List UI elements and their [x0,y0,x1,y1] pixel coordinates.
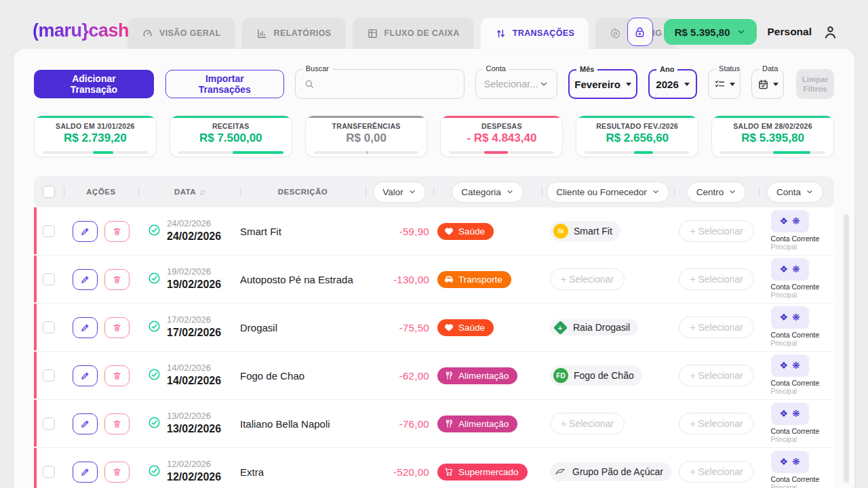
edit-button[interactable] [73,269,98,290]
bank-logo-icon: ❖ [779,216,788,228]
category-chip[interactable]: Alimentação [437,415,517,432]
account-badge[interactable]: ❖❋ [771,306,809,329]
table-header-date[interactable]: DATA ↓↑ [138,176,240,207]
row-checkbox[interactable] [43,418,55,430]
center-select-placeholder[interactable]: + Selecionar [679,461,753,483]
row-category-cell: Saúde [433,319,542,336]
row-checkbox[interactable] [43,466,55,478]
search-field[interactable]: Buscar [295,69,465,99]
balance-dropdown[interactable]: R$ 5.395,80 [664,19,757,45]
edit-button[interactable] [73,413,98,434]
row-description[interactable]: Italiano Bella Napoli [240,417,366,431]
client-filter-pill[interactable]: Cliente ou Fornecedor [547,182,669,203]
center-select-placeholder[interactable]: + Selecionar [679,220,753,242]
center-select-placeholder[interactable]: + Selecionar [679,413,753,434]
import-transactions-button[interactable]: Importar Transações [165,70,284,98]
paid-check-icon[interactable] [148,224,161,239]
center-filter-pill[interactable]: Centro [687,182,747,203]
row-description[interactable]: Fogo de Chao [240,369,366,383]
client-chip[interactable]: fitSmart Fit [550,221,620,241]
category-chip[interactable]: Saúde [437,223,494,240]
account-filter-pill[interactable]: Conta [767,182,823,203]
category-chip[interactable]: Transporte [437,271,511,288]
client-logo: + [553,320,568,334]
tab-relatorios[interactable]: RELATÓRIOS [242,18,346,49]
client-chip[interactable]: FDFogo de Chão [550,365,642,386]
month-filter-select[interactable]: Mês Fevereiro [568,69,637,99]
checklist-icon [714,79,726,90]
select-all-checkbox[interactable] [43,186,55,198]
row-description[interactable]: Smart Fit [240,224,366,239]
delete-button[interactable] [104,413,130,434]
center-select-placeholder[interactable]: + Selecionar [679,317,753,338]
summary-card-5: RESULTADO FEV./2026R$ 2.656,60 [576,115,698,157]
row-client-cell: Grupo Pão de Açúcar [542,462,674,481]
heart-icon [444,323,454,332]
table-scrollbar[interactable] [844,214,849,483]
lock-button[interactable] [627,18,653,46]
delete-button[interactable] [104,269,130,290]
tab-fluxo-de-caixa[interactable]: FLUXO DE CAIXA [353,18,474,49]
edit-button[interactable] [73,221,98,242]
client-select-placeholder[interactable]: + Selecionar [550,413,625,434]
row-description[interactable]: Extra [240,465,366,479]
delete-button[interactable] [104,365,130,386]
row-value[interactable]: -62,00 [366,370,433,382]
row-checkbox[interactable] [43,225,55,237]
row-checkbox[interactable] [43,273,55,285]
delete-button[interactable] [104,317,130,338]
row-value[interactable]: -520,00 [366,466,433,478]
transaction-row-4: 14/02/202614/02/2026Fogo de Chao-62,00Al… [34,352,834,400]
row-description[interactable]: Drogasil [240,321,366,335]
paid-check-icon[interactable] [148,464,161,480]
account-filter-select[interactable]: Conta Selecionar... [475,69,558,99]
status-filter-select[interactable]: Status [708,69,741,99]
row-value[interactable]: -130,00 [366,274,433,285]
cart-icon [444,467,454,476]
profile-name[interactable]: Personal [768,26,812,38]
row-checkbox[interactable] [43,321,55,333]
client-select-placeholder[interactable]: + Selecionar [550,268,625,290]
category-filter-pill[interactable]: Categoria [452,182,524,203]
category-chip[interactable]: Saúde [437,319,494,336]
caret-down-icon [773,83,778,86]
center-select-placeholder[interactable]: + Selecionar [679,365,753,386]
row-checkbox[interactable] [43,369,55,382]
row-value[interactable]: -76,00 [366,418,433,430]
account-badge[interactable]: ❖❋ [771,258,809,281]
user-avatar-icon[interactable] [823,24,838,40]
paid-check-icon[interactable] [148,272,161,287]
row-value[interactable]: -59,90 [366,226,433,237]
account-badge[interactable]: ❖❋ [771,403,809,425]
row-description[interactable]: Autoposto Pé na Estrada [240,272,366,287]
tab-visao-geral[interactable]: VISÃO GERAL [127,18,235,49]
row-value[interactable]: -75,50 [366,322,433,333]
account-badge[interactable]: ❖❋ [771,354,809,377]
year-filter-select[interactable]: Ano 2026 [648,69,697,99]
clear-filters-button[interactable]: Limpar Filtros [796,69,834,99]
date-filter-select[interactable]: Data [751,69,784,99]
paid-check-icon[interactable] [148,320,161,336]
edit-button[interactable] [73,462,98,483]
delete-button[interactable] [104,462,130,483]
center-select-placeholder[interactable]: + Selecionar [679,268,753,290]
client-chip[interactable]: +Raia Drogasil [550,319,638,336]
paid-check-icon[interactable] [148,416,161,432]
client-chip[interactable]: Grupo Pão de Açúcar [550,462,671,481]
paid-check-icon[interactable] [148,368,161,384]
edit-button[interactable] [73,365,98,386]
search-input[interactable] [320,79,456,89]
card-progress-track [314,151,419,154]
account-badge[interactable]: ❖❋ [771,451,809,473]
tab-transacoes[interactable]: TRANSAÇÕES [481,18,589,49]
account-badge[interactable]: ❖❋ [771,210,809,232]
account-info: ❖❋Conta CorrentePrincipal [771,403,820,445]
utensils-icon [444,419,454,428]
category-chip[interactable]: Alimentação [437,367,517,384]
value-filter-pill[interactable]: Valor [373,182,426,203]
add-transaction-button[interactable]: Adicionar Transação [34,70,154,98]
row-checkbox-cell [34,273,64,285]
category-chip[interactable]: Supermercado [437,464,528,481]
delete-button[interactable] [104,221,130,242]
edit-button[interactable] [73,317,98,338]
